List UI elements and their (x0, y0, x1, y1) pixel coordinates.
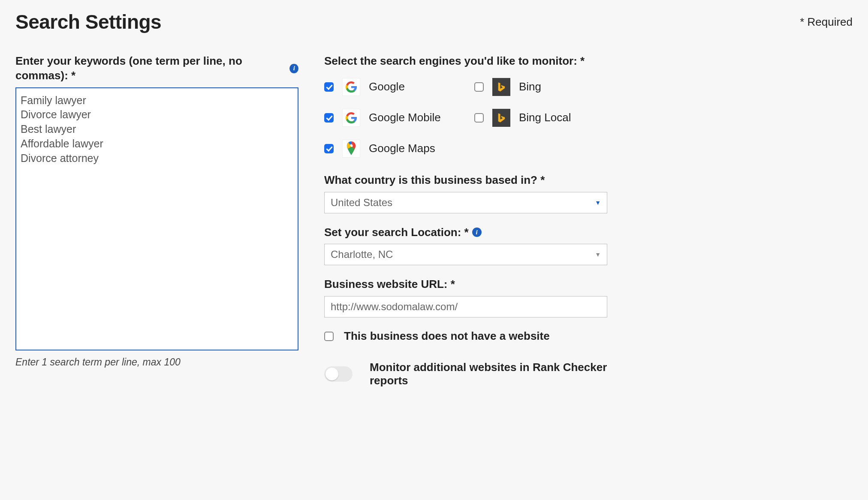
monitor-toggle[interactable] (324, 366, 353, 382)
country-label: What country is this business based in? … (324, 173, 545, 188)
engine-checkbox-google-maps[interactable] (324, 144, 334, 153)
engine-label: Google Mobile (369, 111, 441, 124)
location-label: Set your search Location: * (324, 225, 469, 240)
info-icon[interactable]: i (289, 64, 298, 73)
engine-checkbox-google-mobile[interactable] (324, 113, 334, 123)
no-website-checkbox[interactable] (324, 332, 334, 341)
chevron-down-icon: ▼ (595, 199, 601, 206)
engines-label: Select the search engines you'd like to … (324, 54, 585, 69)
toggle-knob (326, 368, 338, 380)
engine-checkbox-google[interactable] (324, 82, 334, 92)
keywords-label: Enter your keywords (one term per line, … (15, 54, 286, 83)
website-label: Business website URL: * (324, 277, 455, 292)
info-icon[interactable]: i (472, 228, 482, 237)
no-website-label: This business does not have a website (344, 329, 550, 343)
engine-bing-local: Bing Local (474, 109, 607, 127)
keywords-hint: Enter 1 search term per line, max 100 (15, 356, 298, 368)
engine-checkbox-bing-local[interactable] (474, 113, 484, 123)
keywords-textarea[interactable] (15, 87, 298, 350)
page-title: Search Settings (15, 10, 161, 33)
engine-label: Bing Local (519, 111, 571, 124)
engine-label: Bing (519, 80, 541, 93)
engine-google: Google (324, 78, 474, 96)
country-value: United States (331, 197, 392, 209)
engine-label: Google Maps (369, 142, 435, 155)
required-indicator: * Required (800, 15, 853, 29)
chevron-down-icon: ▼ (595, 251, 601, 258)
country-select[interactable]: United States ▼ (324, 192, 607, 213)
google-icon (342, 78, 360, 96)
engine-checkbox-bing[interactable] (474, 82, 484, 92)
bing-icon (492, 109, 510, 127)
engine-google-mobile: Google Mobile (324, 109, 474, 127)
google-icon (342, 109, 360, 127)
location-value: Charlotte, NC (331, 249, 393, 260)
google-maps-icon (342, 140, 360, 158)
website-input[interactable] (324, 296, 607, 317)
engine-google-maps: Google Maps (324, 140, 474, 158)
engine-label: Google (369, 80, 405, 93)
location-combobox[interactable]: Charlotte, NC ▼ (324, 244, 607, 265)
bing-icon (492, 78, 510, 96)
monitor-label: Monitor additional websites in Rank Chec… (370, 361, 607, 387)
engine-bing: Bing (474, 78, 607, 96)
